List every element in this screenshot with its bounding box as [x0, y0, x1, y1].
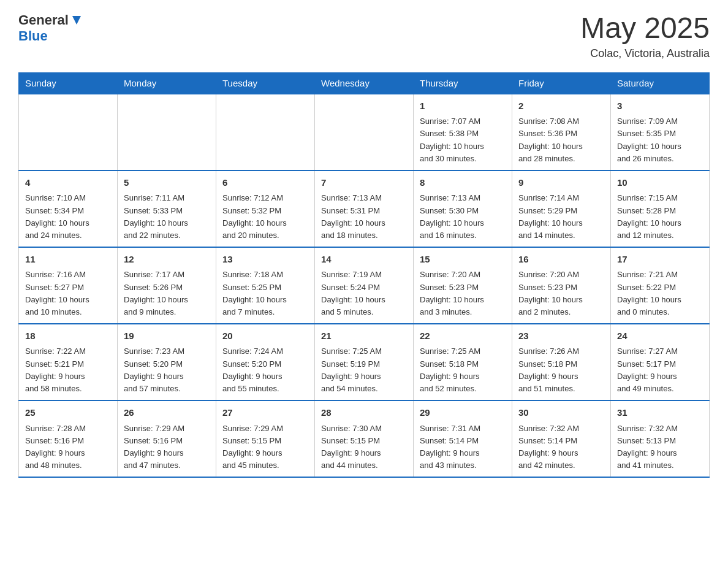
week-row-3: 11Sunrise: 7:16 AMSunset: 5:27 PMDayligh…	[19, 247, 710, 324]
header-cell-thursday: Thursday	[414, 72, 512, 94]
calendar-cell: 28Sunrise: 7:30 AMSunset: 5:15 PMDayligh…	[315, 400, 414, 477]
calendar-table: SundayMondayTuesdayWednesdayThursdayFrid…	[18, 72, 710, 478]
day-info: Sunrise: 7:17 AMSunset: 5:26 PMDaylight:…	[124, 270, 188, 316]
day-number: 31	[617, 406, 703, 420]
day-number: 18	[25, 329, 111, 343]
month-year-title: May 2025	[580, 12, 710, 45]
day-number: 14	[321, 253, 407, 267]
day-number: 6	[222, 176, 308, 190]
day-info: Sunrise: 7:24 AMSunset: 5:20 PMDaylight:…	[222, 347, 283, 393]
day-info: Sunrise: 7:13 AMSunset: 5:31 PMDaylight:…	[321, 193, 385, 239]
calendar-cell: 1Sunrise: 7:07 AMSunset: 5:38 PMDaylight…	[414, 94, 512, 170]
calendar-cell	[19, 94, 118, 170]
day-number: 22	[420, 329, 506, 343]
title-section: May 2025 Colac, Victoria, Australia	[580, 12, 710, 60]
day-number: 16	[518, 253, 604, 267]
calendar-cell: 7Sunrise: 7:13 AMSunset: 5:31 PMDaylight…	[315, 170, 414, 247]
calendar-cell: 8Sunrise: 7:13 AMSunset: 5:30 PMDaylight…	[414, 170, 512, 247]
day-info: Sunrise: 7:32 AMSunset: 5:13 PMDaylight:…	[617, 424, 678, 470]
header-cell-friday: Friday	[512, 72, 611, 94]
day-info: Sunrise: 7:29 AMSunset: 5:16 PMDaylight:…	[124, 424, 184, 470]
calendar-cell: 24Sunrise: 7:27 AMSunset: 5:17 PMDayligh…	[611, 324, 710, 400]
day-number: 17	[617, 253, 703, 267]
week-row-1: 1Sunrise: 7:07 AMSunset: 5:38 PMDaylight…	[19, 94, 710, 170]
logo-general-text: General	[18, 12, 69, 28]
day-number: 9	[518, 176, 604, 190]
header-cell-sunday: Sunday	[19, 72, 118, 94]
day-info: Sunrise: 7:13 AMSunset: 5:30 PMDaylight:…	[420, 193, 484, 239]
calendar-cell: 23Sunrise: 7:26 AMSunset: 5:18 PMDayligh…	[512, 324, 611, 400]
day-info: Sunrise: 7:23 AMSunset: 5:20 PMDaylight:…	[124, 347, 184, 393]
day-number: 25	[25, 406, 111, 420]
calendar-cell: 30Sunrise: 7:32 AMSunset: 5:14 PMDayligh…	[512, 400, 611, 477]
location-subtitle: Colac, Victoria, Australia	[580, 47, 710, 60]
day-number: 3	[617, 99, 703, 113]
calendar-header: SundayMondayTuesdayWednesdayThursdayFrid…	[19, 72, 710, 94]
day-number: 27	[222, 406, 308, 420]
week-row-2: 4Sunrise: 7:10 AMSunset: 5:34 PMDaylight…	[19, 170, 710, 247]
calendar-cell: 9Sunrise: 7:14 AMSunset: 5:29 PMDaylight…	[512, 170, 611, 247]
day-info: Sunrise: 7:19 AMSunset: 5:24 PMDaylight:…	[321, 270, 385, 316]
calendar-cell: 5Sunrise: 7:11 AMSunset: 5:33 PMDaylight…	[118, 170, 216, 247]
day-number: 19	[124, 329, 210, 343]
calendar-body: 1Sunrise: 7:07 AMSunset: 5:38 PMDaylight…	[19, 94, 710, 477]
day-number: 13	[222, 253, 308, 267]
svg-marker-0	[72, 16, 81, 25]
day-number: 10	[617, 176, 703, 190]
day-info: Sunrise: 7:22 AMSunset: 5:21 PMDaylight:…	[25, 347, 86, 393]
calendar-cell: 22Sunrise: 7:25 AMSunset: 5:18 PMDayligh…	[414, 324, 512, 400]
header-cell-tuesday: Tuesday	[216, 72, 315, 94]
day-info: Sunrise: 7:07 AMSunset: 5:38 PMDaylight:…	[420, 117, 484, 163]
day-info: Sunrise: 7:09 AMSunset: 5:35 PMDaylight:…	[617, 117, 681, 163]
day-info: Sunrise: 7:12 AMSunset: 5:32 PMDaylight:…	[222, 193, 287, 239]
calendar-cell: 31Sunrise: 7:32 AMSunset: 5:13 PMDayligh…	[611, 400, 710, 477]
day-info: Sunrise: 7:26 AMSunset: 5:18 PMDaylight:…	[518, 347, 579, 393]
calendar-cell: 12Sunrise: 7:17 AMSunset: 5:26 PMDayligh…	[118, 247, 216, 324]
day-number: 20	[222, 329, 308, 343]
day-number: 11	[25, 253, 111, 267]
day-number: 26	[124, 406, 210, 420]
day-info: Sunrise: 7:11 AMSunset: 5:33 PMDaylight:…	[124, 193, 188, 239]
calendar-cell: 16Sunrise: 7:20 AMSunset: 5:23 PMDayligh…	[512, 247, 611, 324]
day-info: Sunrise: 7:20 AMSunset: 5:23 PMDaylight:…	[518, 270, 583, 316]
calendar-cell: 18Sunrise: 7:22 AMSunset: 5:21 PMDayligh…	[19, 324, 118, 400]
day-number: 7	[321, 176, 407, 190]
calendar-cell: 20Sunrise: 7:24 AMSunset: 5:20 PMDayligh…	[216, 324, 315, 400]
day-info: Sunrise: 7:08 AMSunset: 5:36 PMDaylight:…	[518, 117, 583, 163]
day-number: 2	[518, 99, 604, 113]
day-number: 28	[321, 406, 407, 420]
day-info: Sunrise: 7:29 AMSunset: 5:15 PMDaylight:…	[222, 424, 283, 470]
calendar-cell: 13Sunrise: 7:18 AMSunset: 5:25 PMDayligh…	[216, 247, 315, 324]
header-row: SundayMondayTuesdayWednesdayThursdayFrid…	[19, 72, 710, 94]
day-number: 30	[518, 406, 604, 420]
day-number: 8	[420, 176, 506, 190]
calendar-cell: 29Sunrise: 7:31 AMSunset: 5:14 PMDayligh…	[414, 400, 512, 477]
calendar-cell: 2Sunrise: 7:08 AMSunset: 5:36 PMDaylight…	[512, 94, 611, 170]
day-number: 12	[124, 253, 210, 267]
calendar-cell	[118, 94, 216, 170]
header-cell-wednesday: Wednesday	[315, 72, 414, 94]
day-info: Sunrise: 7:30 AMSunset: 5:15 PMDaylight:…	[321, 424, 382, 470]
calendar-cell: 14Sunrise: 7:19 AMSunset: 5:24 PMDayligh…	[315, 247, 414, 324]
day-info: Sunrise: 7:15 AMSunset: 5:28 PMDaylight:…	[617, 193, 681, 239]
day-number: 21	[321, 329, 407, 343]
logo-blue-text: Blue	[18, 28, 48, 44]
logo-triangle-icon	[70, 13, 83, 27]
calendar-cell: 4Sunrise: 7:10 AMSunset: 5:34 PMDaylight…	[19, 170, 118, 247]
day-info: Sunrise: 7:14 AMSunset: 5:29 PMDaylight:…	[518, 193, 583, 239]
day-info: Sunrise: 7:10 AMSunset: 5:34 PMDaylight:…	[25, 193, 89, 239]
day-info: Sunrise: 7:21 AMSunset: 5:22 PMDaylight:…	[617, 270, 681, 316]
calendar-cell: 17Sunrise: 7:21 AMSunset: 5:22 PMDayligh…	[611, 247, 710, 324]
day-info: Sunrise: 7:20 AMSunset: 5:23 PMDaylight:…	[420, 270, 484, 316]
calendar-cell: 11Sunrise: 7:16 AMSunset: 5:27 PMDayligh…	[19, 247, 118, 324]
day-number: 24	[617, 329, 703, 343]
header-cell-saturday: Saturday	[611, 72, 710, 94]
day-info: Sunrise: 7:25 AMSunset: 5:18 PMDaylight:…	[420, 347, 480, 393]
logo: General Blue	[18, 12, 83, 44]
calendar-cell: 3Sunrise: 7:09 AMSunset: 5:35 PMDaylight…	[611, 94, 710, 170]
day-info: Sunrise: 7:25 AMSunset: 5:19 PMDaylight:…	[321, 347, 382, 393]
week-row-5: 25Sunrise: 7:28 AMSunset: 5:16 PMDayligh…	[19, 400, 710, 477]
day-info: Sunrise: 7:32 AMSunset: 5:14 PMDaylight:…	[518, 424, 579, 470]
day-number: 29	[420, 406, 506, 420]
day-info: Sunrise: 7:18 AMSunset: 5:25 PMDaylight:…	[222, 270, 287, 316]
